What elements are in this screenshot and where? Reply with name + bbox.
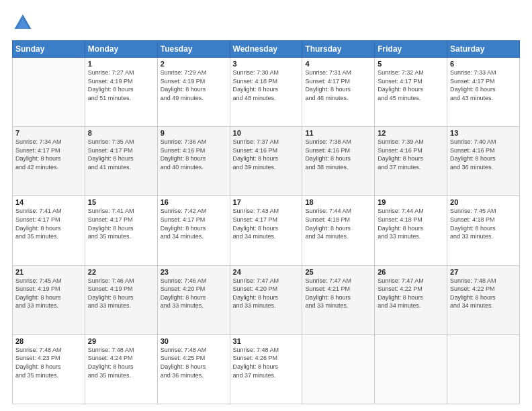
- col-header-monday: Monday: [85, 41, 157, 58]
- day-info: Sunrise: 7:46 AM Sunset: 4:20 PM Dayligh…: [161, 277, 227, 310]
- day-info: Sunrise: 7:48 AM Sunset: 4:25 PM Dayligh…: [161, 346, 227, 379]
- day-info: Sunrise: 7:27 AM Sunset: 4:19 PM Dayligh…: [88, 68, 154, 102]
- day-number: 26: [378, 268, 444, 276]
- col-header-sunday: Sunday: [13, 41, 85, 58]
- day-number: 24: [233, 268, 300, 276]
- day-info: Sunrise: 7:47 AM Sunset: 4:21 PM Dayligh…: [305, 277, 371, 310]
- day-number: 19: [378, 198, 444, 206]
- day-number: 1: [88, 60, 154, 68]
- day-number: 18: [305, 198, 371, 206]
- calendar-day-cell: 15Sunrise: 7:41 AM Sunset: 4:17 PM Dayli…: [85, 196, 157, 265]
- day-number: 3: [233, 60, 300, 68]
- day-info: Sunrise: 7:33 AM Sunset: 4:17 PM Dayligh…: [450, 68, 517, 102]
- col-header-tuesday: Tuesday: [157, 41, 230, 58]
- calendar-day-cell: 12Sunrise: 7:39 AM Sunset: 4:16 PM Dayli…: [375, 127, 447, 196]
- day-info: Sunrise: 7:41 AM Sunset: 4:17 PM Dayligh…: [15, 207, 82, 240]
- day-info: Sunrise: 7:40 AM Sunset: 4:16 PM Dayligh…: [450, 138, 517, 171]
- calendar-day-cell: 21Sunrise: 7:45 AM Sunset: 4:19 PM Dayli…: [13, 265, 85, 334]
- day-info: Sunrise: 7:44 AM Sunset: 4:18 PM Dayligh…: [378, 207, 444, 240]
- calendar-week-row: 1Sunrise: 7:27 AM Sunset: 4:19 PM Daylig…: [13, 58, 520, 127]
- day-number: 11: [305, 129, 371, 137]
- day-number: 14: [15, 198, 82, 206]
- calendar-empty-cell: [302, 334, 375, 404]
- day-number: 23: [161, 268, 227, 276]
- calendar-day-cell: 2Sunrise: 7:29 AM Sunset: 4:19 PM Daylig…: [157, 58, 230, 127]
- day-info: Sunrise: 7:45 AM Sunset: 4:18 PM Dayligh…: [450, 207, 517, 240]
- day-number: 25: [305, 268, 371, 276]
- calendar-day-cell: 20Sunrise: 7:45 AM Sunset: 4:18 PM Dayli…: [447, 196, 520, 265]
- calendar-day-cell: 4Sunrise: 7:31 AM Sunset: 4:17 PM Daylig…: [302, 58, 375, 127]
- calendar-day-cell: 19Sunrise: 7:44 AM Sunset: 4:18 PM Dayli…: [375, 196, 447, 265]
- day-number: 7: [15, 129, 82, 137]
- day-info: Sunrise: 7:39 AM Sunset: 4:16 PM Dayligh…: [378, 138, 444, 171]
- calendar-day-cell: 7Sunrise: 7:34 AM Sunset: 4:17 PM Daylig…: [13, 127, 85, 196]
- calendar-day-cell: 29Sunrise: 7:48 AM Sunset: 4:24 PM Dayli…: [85, 334, 157, 404]
- logo-icon: [12, 12, 34, 34]
- day-number: 30: [161, 337, 227, 345]
- day-info: Sunrise: 7:47 AM Sunset: 4:20 PM Dayligh…: [233, 277, 300, 310]
- day-number: 15: [88, 198, 154, 206]
- day-info: Sunrise: 7:36 AM Sunset: 4:16 PM Dayligh…: [161, 138, 227, 171]
- calendar-day-cell: 16Sunrise: 7:42 AM Sunset: 4:17 PM Dayli…: [157, 196, 230, 265]
- day-info: Sunrise: 7:48 AM Sunset: 4:23 PM Dayligh…: [15, 346, 82, 379]
- calendar-header-row: SundayMondayTuesdayWednesdayThursdayFrid…: [13, 41, 520, 58]
- calendar-day-cell: 22Sunrise: 7:46 AM Sunset: 4:19 PM Dayli…: [85, 265, 157, 334]
- day-info: Sunrise: 7:34 AM Sunset: 4:17 PM Dayligh…: [15, 138, 82, 171]
- day-info: Sunrise: 7:43 AM Sunset: 4:17 PM Dayligh…: [233, 207, 300, 240]
- calendar-day-cell: 3Sunrise: 7:30 AM Sunset: 4:18 PM Daylig…: [230, 58, 302, 127]
- day-info: Sunrise: 7:30 AM Sunset: 4:18 PM Dayligh…: [233, 68, 300, 102]
- day-number: 4: [305, 60, 371, 68]
- day-info: Sunrise: 7:32 AM Sunset: 4:17 PM Dayligh…: [378, 68, 444, 102]
- day-info: Sunrise: 7:31 AM Sunset: 4:17 PM Dayligh…: [305, 68, 371, 102]
- calendar-day-cell: 5Sunrise: 7:32 AM Sunset: 4:17 PM Daylig…: [375, 58, 447, 127]
- col-header-friday: Friday: [375, 41, 447, 58]
- calendar-day-cell: 11Sunrise: 7:38 AM Sunset: 4:16 PM Dayli…: [302, 127, 375, 196]
- page: SundayMondayTuesdayWednesdayThursdayFrid…: [0, 0, 532, 411]
- day-info: Sunrise: 7:29 AM Sunset: 4:19 PM Dayligh…: [161, 68, 227, 102]
- day-number: 29: [88, 337, 154, 345]
- col-header-wednesday: Wednesday: [230, 41, 302, 58]
- calendar-week-row: 7Sunrise: 7:34 AM Sunset: 4:17 PM Daylig…: [13, 127, 520, 196]
- day-info: Sunrise: 7:44 AM Sunset: 4:18 PM Dayligh…: [305, 207, 371, 240]
- day-number: 22: [88, 268, 154, 276]
- col-header-thursday: Thursday: [302, 41, 375, 58]
- day-info: Sunrise: 7:48 AM Sunset: 4:26 PM Dayligh…: [233, 346, 300, 379]
- day-info: Sunrise: 7:46 AM Sunset: 4:19 PM Dayligh…: [88, 277, 154, 310]
- day-info: Sunrise: 7:48 AM Sunset: 4:24 PM Dayligh…: [88, 346, 154, 379]
- calendar-day-cell: 28Sunrise: 7:48 AM Sunset: 4:23 PM Dayli…: [13, 334, 85, 404]
- day-number: 21: [15, 268, 82, 276]
- calendar-day-cell: 9Sunrise: 7:36 AM Sunset: 4:16 PM Daylig…: [157, 127, 230, 196]
- calendar-day-cell: 10Sunrise: 7:37 AM Sunset: 4:16 PM Dayli…: [230, 127, 302, 196]
- calendar-day-cell: 26Sunrise: 7:47 AM Sunset: 4:22 PM Dayli…: [375, 265, 447, 334]
- day-number: 5: [378, 60, 444, 68]
- day-number: 6: [450, 60, 517, 68]
- calendar-day-cell: 24Sunrise: 7:47 AM Sunset: 4:20 PM Dayli…: [230, 265, 302, 334]
- day-number: 27: [450, 268, 517, 276]
- calendar-week-row: 21Sunrise: 7:45 AM Sunset: 4:19 PM Dayli…: [13, 265, 520, 334]
- calendar-day-cell: 8Sunrise: 7:35 AM Sunset: 4:17 PM Daylig…: [85, 127, 157, 196]
- logo: [12, 12, 36, 34]
- day-number: 2: [161, 60, 227, 68]
- day-number: 16: [161, 198, 227, 206]
- day-number: 9: [161, 129, 227, 137]
- day-number: 20: [450, 198, 517, 206]
- calendar-day-cell: 18Sunrise: 7:44 AM Sunset: 4:18 PM Dayli…: [302, 196, 375, 265]
- day-info: Sunrise: 7:42 AM Sunset: 4:17 PM Dayligh…: [161, 207, 227, 240]
- day-info: Sunrise: 7:48 AM Sunset: 4:22 PM Dayligh…: [450, 277, 517, 310]
- calendar-week-row: 28Sunrise: 7:48 AM Sunset: 4:23 PM Dayli…: [13, 334, 520, 404]
- calendar-table: SundayMondayTuesdayWednesdayThursdayFrid…: [12, 40, 520, 404]
- calendar-day-cell: 13Sunrise: 7:40 AM Sunset: 4:16 PM Dayli…: [447, 127, 520, 196]
- day-number: 17: [233, 198, 300, 206]
- calendar-empty-cell: [375, 334, 447, 404]
- calendar-day-cell: 6Sunrise: 7:33 AM Sunset: 4:17 PM Daylig…: [447, 58, 520, 127]
- day-info: Sunrise: 7:37 AM Sunset: 4:16 PM Dayligh…: [233, 138, 300, 171]
- day-info: Sunrise: 7:45 AM Sunset: 4:19 PM Dayligh…: [15, 277, 82, 310]
- calendar-day-cell: 30Sunrise: 7:48 AM Sunset: 4:25 PM Dayli…: [157, 334, 230, 404]
- day-number: 10: [233, 129, 300, 137]
- calendar-day-cell: 14Sunrise: 7:41 AM Sunset: 4:17 PM Dayli…: [13, 196, 85, 265]
- calendar-week-row: 14Sunrise: 7:41 AM Sunset: 4:17 PM Dayli…: [13, 196, 520, 265]
- calendar-empty-cell: [13, 58, 85, 127]
- calendar-day-cell: 27Sunrise: 7:48 AM Sunset: 4:22 PM Dayli…: [447, 265, 520, 334]
- day-info: Sunrise: 7:38 AM Sunset: 4:16 PM Dayligh…: [305, 138, 371, 171]
- day-info: Sunrise: 7:41 AM Sunset: 4:17 PM Dayligh…: [88, 207, 154, 240]
